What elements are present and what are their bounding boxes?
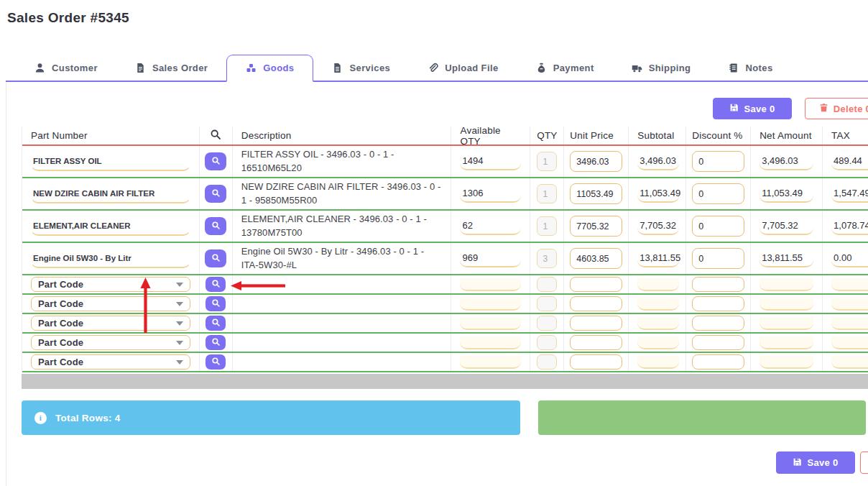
goods-table-empty-row: Part Code bbox=[22, 334, 868, 353]
boxes-icon bbox=[246, 63, 257, 73]
total-rows-banner: i Total Rows: 4 bbox=[22, 400, 520, 435]
goods-table-empty-row: Part Code bbox=[22, 314, 868, 334]
save-icon bbox=[729, 103, 739, 114]
discount-input[interactable] bbox=[692, 296, 744, 311]
search-icon bbox=[211, 253, 221, 265]
part-search-button[interactable] bbox=[206, 335, 226, 350]
unit-price-input[interactable] bbox=[570, 183, 622, 204]
tax-value bbox=[831, 356, 868, 369]
part-search-button[interactable] bbox=[206, 316, 226, 331]
net-amount-value: 7,705.32 bbox=[760, 217, 813, 235]
unit-price-input[interactable] bbox=[570, 277, 622, 292]
header-discount: Discount % bbox=[686, 127, 751, 145]
unit-price-input[interactable] bbox=[570, 354, 622, 370]
description-text: NEW DZIRE CABIN AIR FILTER - 3496.03 - 0… bbox=[241, 178, 443, 209]
discount-input[interactable] bbox=[692, 316, 744, 331]
qty-input[interactable] bbox=[537, 277, 557, 292]
money-bag-icon bbox=[536, 63, 547, 73]
chevron-down-icon bbox=[176, 321, 183, 326]
discount-input[interactable] bbox=[692, 354, 744, 370]
qty-input[interactable] bbox=[537, 184, 557, 203]
subtotal-value: 13,811.55 bbox=[637, 249, 679, 267]
unit-price-input[interactable] bbox=[570, 248, 622, 269]
discount-input[interactable] bbox=[692, 248, 744, 269]
part-code-select[interactable]: Part Code bbox=[31, 277, 190, 292]
header-part-number: Part Number bbox=[22, 127, 200, 145]
tab-payment[interactable]: Payment bbox=[517, 55, 613, 81]
save-button-bottom[interactable]: Save 0 bbox=[776, 451, 855, 474]
qty-input[interactable] bbox=[537, 354, 557, 370]
search-icon bbox=[211, 221, 221, 232]
delete-button-label: Delete 0 bbox=[834, 104, 868, 114]
discount-input[interactable] bbox=[692, 151, 744, 172]
unit-price-input[interactable] bbox=[570, 335, 622, 350]
qty-input[interactable] bbox=[537, 152, 557, 171]
subtotal-value bbox=[637, 298, 679, 311]
goods-table-row: FILTER ASSY OIL - 3496.03 - 0 - 1 - 1651… bbox=[22, 146, 868, 178]
goods-table-empty-row: Part Code bbox=[22, 295, 868, 314]
tab-upload-file[interactable]: Upload File bbox=[409, 55, 517, 81]
discount-input[interactable] bbox=[692, 183, 744, 204]
part-code-select[interactable]: Part Code bbox=[31, 296, 190, 311]
search-icon bbox=[211, 337, 221, 349]
discount-input[interactable] bbox=[692, 216, 744, 237]
discount-input[interactable] bbox=[692, 335, 744, 350]
part-number-input[interactable] bbox=[31, 184, 190, 203]
save-button-top[interactable]: Save 0 bbox=[713, 98, 792, 119]
goods-table-row: Engine Oil 5W30 - By Litr - 3496.03 - 0 … bbox=[22, 243, 868, 275]
part-search-button[interactable] bbox=[205, 185, 226, 203]
delete-button-bottom[interactable] bbox=[860, 451, 868, 474]
tab-sales-order[interactable]: Sales Order bbox=[116, 55, 226, 81]
table-header-row: Part Number Description Available QTY QT… bbox=[22, 127, 868, 146]
qty-input[interactable] bbox=[537, 296, 557, 311]
scrollbar-thumb[interactable] bbox=[22, 374, 868, 389]
part-number-input[interactable] bbox=[31, 216, 190, 236]
search-icon bbox=[211, 156, 221, 168]
subtotal-value bbox=[637, 317, 679, 330]
part-code-select[interactable]: Part Code bbox=[31, 354, 190, 370]
unit-price-input[interactable] bbox=[570, 296, 622, 311]
delete-button-top[interactable]: Delete 0 bbox=[805, 98, 868, 119]
part-search-button[interactable] bbox=[205, 152, 226, 170]
tax-value: 1,078.74 bbox=[831, 217, 868, 235]
tax-value bbox=[831, 317, 868, 330]
tab-bar: Customer Sales Order Goods Services Uplo… bbox=[6, 55, 868, 82]
part-code-select[interactable]: Part Code bbox=[31, 316, 190, 331]
search-icon bbox=[210, 129, 221, 142]
unit-price-input[interactable] bbox=[570, 216, 622, 237]
part-search-button[interactable] bbox=[206, 277, 226, 292]
qty-input[interactable] bbox=[537, 249, 557, 268]
trash-icon bbox=[819, 103, 828, 114]
save-button-label: Save 0 bbox=[807, 457, 838, 468]
part-search-button[interactable] bbox=[205, 217, 226, 235]
qty-input[interactable] bbox=[537, 216, 557, 236]
unit-price-input[interactable] bbox=[570, 151, 622, 172]
part-code-select[interactable]: Part Code bbox=[31, 335, 190, 350]
tab-services[interactable]: Services bbox=[313, 55, 409, 81]
unit-price-input[interactable] bbox=[570, 316, 622, 331]
qty-input[interactable] bbox=[537, 316, 557, 331]
header-qty: QTY bbox=[530, 127, 564, 145]
document-icon bbox=[332, 63, 343, 73]
net-amount-value bbox=[760, 336, 813, 349]
save-icon bbox=[793, 457, 802, 469]
tab-shipping[interactable]: Shipping bbox=[613, 55, 710, 81]
chevron-down-icon bbox=[176, 283, 183, 287]
part-search-button[interactable] bbox=[206, 296, 226, 311]
part-search-button[interactable] bbox=[205, 249, 226, 267]
chevron-down-icon bbox=[176, 360, 183, 364]
discount-input[interactable] bbox=[692, 277, 744, 292]
tab-goods[interactable]: Goods bbox=[226, 55, 313, 82]
user-icon bbox=[34, 63, 45, 73]
part-number-input[interactable] bbox=[31, 152, 190, 171]
available-qty-value bbox=[460, 278, 521, 291]
search-icon bbox=[211, 298, 221, 310]
header-available-qty: Available QTY bbox=[451, 127, 530, 145]
part-number-input[interactable] bbox=[31, 249, 190, 268]
qty-input[interactable] bbox=[537, 335, 557, 350]
tax-value: 489.44 bbox=[831, 152, 868, 170]
horizontal-scrollbar[interactable] bbox=[22, 374, 868, 389]
part-search-button[interactable] bbox=[206, 354, 226, 370]
tab-notes[interactable]: Notes bbox=[709, 55, 791, 81]
tab-customer[interactable]: Customer bbox=[16, 55, 116, 81]
